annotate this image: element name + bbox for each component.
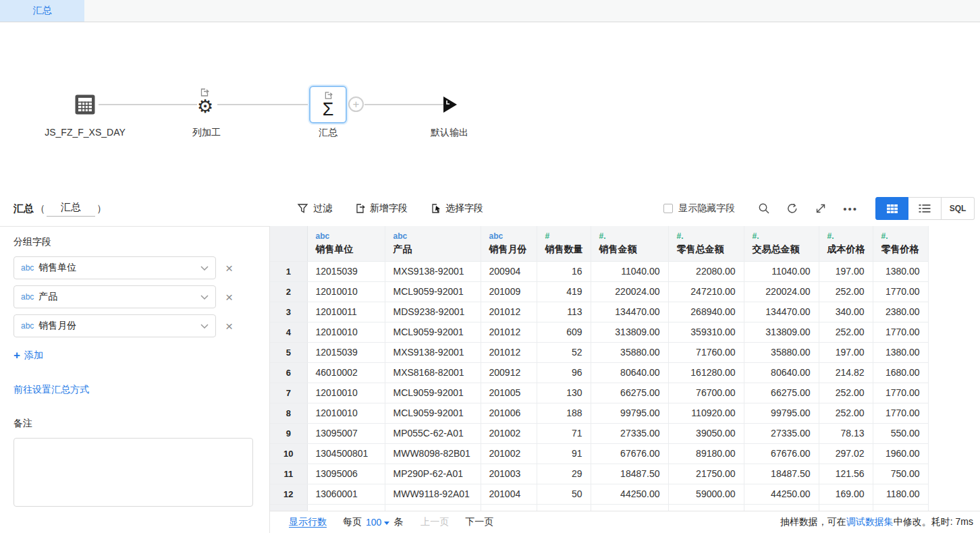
table-cell: 201002	[481, 443, 537, 464]
table-row: 646010002MXS8168-820012009129680640.0016…	[270, 362, 928, 383]
row-number: 8	[270, 403, 307, 423]
group-field-select-2[interactable]: abc 产品	[13, 285, 216, 308]
group-fields-label: 分组字段	[13, 236, 269, 248]
table-cell: 50	[537, 484, 591, 504]
table-cell: 130	[537, 383, 591, 403]
show-row-count-link[interactable]: 显示行数	[289, 516, 327, 528]
table-cell: 1380.00	[873, 342, 928, 362]
table-cell: 44250.00	[591, 484, 668, 504]
table-cell: 21750.00	[668, 464, 744, 484]
add-group-field-button[interactable]: + 添加	[13, 349, 43, 362]
node-name-input[interactable]: 汇总	[47, 201, 95, 217]
checkbox-icon	[663, 204, 673, 213]
table-cell: 13050001	[307, 504, 385, 511]
column-header: #.交易总金额	[744, 226, 819, 261]
view-toggle: SQL	[875, 197, 975, 220]
flow-edge	[99, 104, 197, 105]
column-type-tag: abc	[393, 231, 474, 242]
config-panel: 汇总 （ 汇总 ） 分组字段 abc 销售单位 × abc 产品	[0, 191, 270, 533]
column-header: abc产品	[385, 226, 481, 261]
table-cell: 134470.00	[591, 302, 668, 322]
show-hidden-checkbox[interactable]: 显示隐藏字段	[663, 202, 735, 215]
table-row: 1313050001MW98138-92001201101470343200.0…	[270, 504, 928, 511]
node-output[interactable]	[441, 95, 458, 114]
node-column-process-label: 列加工	[192, 127, 221, 139]
group-field-row: abc 产品 ×	[13, 285, 269, 308]
table-cell: 29	[537, 464, 591, 484]
per-page-dropdown[interactable]: 100	[366, 517, 389, 528]
add-field-button[interactable]: 新增字段	[355, 202, 408, 215]
add-node-button[interactable]: +	[348, 96, 364, 112]
table-cell: 12010010	[307, 403, 385, 423]
table-cell: 343200.00	[668, 504, 744, 511]
add-field-label: 新增字段	[370, 202, 408, 215]
table-cell: MP290P-62-A01	[385, 464, 481, 484]
column-name: 销售金额	[599, 243, 661, 256]
column-header: #.零售价格	[873, 226, 928, 261]
search-icon[interactable]	[758, 202, 770, 215]
table-cell: 200904	[481, 261, 537, 281]
table-cell: 67676.00	[744, 443, 819, 464]
select-field-button[interactable]: 选择字段	[431, 202, 483, 215]
column-name: 销售数量	[545, 243, 584, 256]
debug-dataset-link[interactable]: 调试数据集	[846, 516, 894, 527]
tab-summary[interactable]: 汇总	[0, 0, 84, 22]
table-cell: 121.56	[819, 464, 873, 484]
table-cell: 110920.00	[668, 403, 744, 423]
column-header: #.零售总金额	[668, 226, 744, 261]
table-cell: 252.00	[819, 322, 873, 342]
table-cell: 18487.50	[744, 464, 819, 484]
string-type-tag: abc	[21, 321, 34, 331]
sample-text-2: 中修改。耗时: 7ms	[894, 516, 973, 527]
group-field-select-3[interactable]: abc 销售月份	[13, 314, 216, 337]
column-name: 销售月份	[489, 243, 530, 256]
column-name: 零售总金额	[677, 243, 737, 256]
table-cell: 99795.00	[744, 403, 819, 423]
node-source[interactable]	[74, 94, 96, 115]
table-cell: 1770.00	[873, 403, 928, 423]
table-row: 101304500801MWW8098-82B012010029167676.0…	[270, 443, 928, 464]
prev-page-button[interactable]: 上一页	[420, 516, 449, 528]
node-summary[interactable]: Σ	[309, 86, 347, 123]
table-cell: 12015039	[307, 261, 385, 281]
group-field-select-1[interactable]: abc 销售单位	[13, 256, 216, 279]
select-field-label: 选择字段	[445, 202, 483, 215]
table-row: 112015039MXS9138-920012009041611040.0022…	[270, 261, 928, 281]
tab-bar: 汇总	[0, 0, 980, 22]
chevron-down-icon	[200, 295, 209, 300]
table-cell: 297.02	[819, 443, 873, 464]
note-textarea[interactable]	[13, 438, 253, 507]
more-icon[interactable]: •••	[843, 203, 858, 215]
node-column-process[interactable]: ⚙	[197, 98, 213, 116]
plus-icon: +	[13, 349, 20, 362]
table-cell: 11040.00	[591, 261, 668, 281]
row-number: 3	[270, 302, 307, 322]
next-page-button[interactable]: 下一页	[465, 516, 493, 528]
grid-view-button[interactable]	[875, 197, 908, 220]
sql-view-button[interactable]: SQL	[942, 197, 975, 220]
expand-icon[interactable]	[815, 202, 827, 215]
table-cell: 197.00	[819, 261, 873, 281]
table-row: 312010011MDS9238-92001201012113134470.00…	[270, 302, 928, 322]
table-cell: 52	[537, 342, 591, 362]
row-number: 9	[270, 423, 307, 443]
filter-button[interactable]: 过滤	[297, 202, 332, 215]
list-view-button[interactable]	[908, 197, 942, 220]
table-cell: 12010011	[307, 302, 385, 322]
row-number: 13	[270, 504, 307, 511]
table-cell: 13095007	[307, 423, 385, 443]
table-cell: 12010010	[307, 281, 385, 302]
goto-summary-settings-link[interactable]: 前往设置汇总方式	[13, 384, 269, 396]
sigma-icon: Σ	[323, 101, 334, 119]
table-cell: MDS9238-92001	[385, 302, 481, 322]
remove-field-button[interactable]: ×	[225, 262, 233, 275]
table-cell: 96	[537, 362, 591, 383]
remove-field-button[interactable]: ×	[225, 291, 233, 304]
table-row: 212010010MCL9059-92001201009419220024.00…	[270, 281, 928, 302]
table-cell: 252.00	[819, 281, 873, 302]
remove-field-button[interactable]: ×	[225, 320, 233, 333]
string-type-tag: abc	[21, 292, 34, 302]
table-cell: 11040.00	[744, 261, 819, 281]
grid-view-icon	[886, 204, 898, 214]
refresh-icon[interactable]	[786, 202, 798, 215]
